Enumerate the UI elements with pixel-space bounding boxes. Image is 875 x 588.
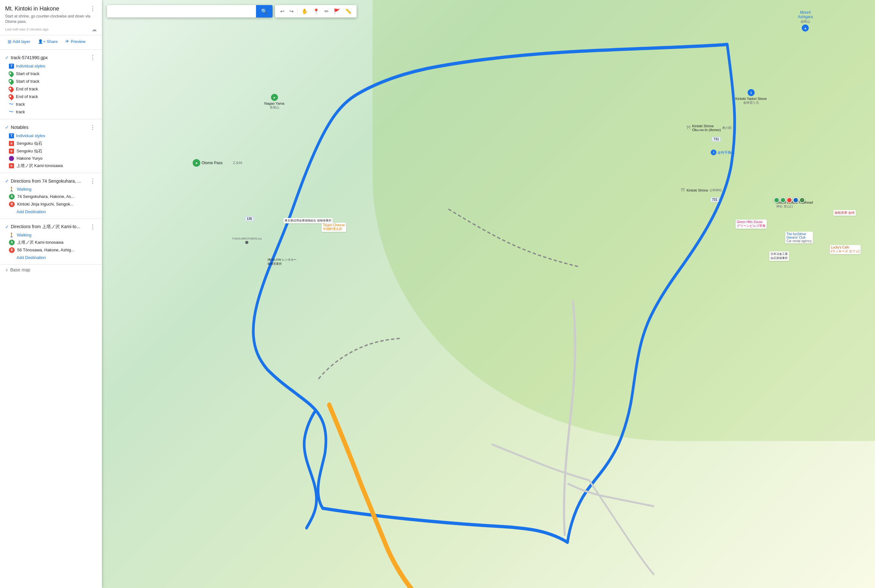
track-line-icon: 〜 — [9, 109, 14, 115]
check-icon-basemap: ∨ — [5, 267, 8, 272]
map-toolbar: 🔍 ↩ ↪ ✋ 📍 ✏ 🚩 📏 — [107, 5, 870, 18]
individual-styles-notables-row[interactable]: T Individual styles — [0, 132, 102, 140]
check-icon-notables: ✓ — [5, 125, 9, 130]
pan-button[interactable]: ✋ — [300, 7, 310, 16]
search-button[interactable]: 🔍 — [256, 5, 272, 18]
dest-a-badge: A — [9, 194, 15, 200]
sidebar: Mt. Kintoki in Hakone ⋮ Start at shrine,… — [0, 0, 102, 588]
dest-b-badge: B — [9, 247, 15, 253]
header-menu-button[interactable]: ⋮ — [89, 5, 97, 12]
map-title: Mt. Kintoki in Hakone — [5, 5, 59, 12]
list-item: 〜 track — [0, 108, 102, 116]
cloud-icon: ☁ — [92, 26, 97, 33]
layer-dir74-title: Directions from 74 Sengokuhara, ... — [11, 178, 81, 184]
layer-gpx-menu-button[interactable]: ⋮ — [89, 54, 97, 61]
map-area[interactable]: 🔍 ↩ ↪ ✋ 📍 ✏ 🚩 📏 MountAshigara金時山 ▲ ● Nag… — [102, 0, 875, 588]
walking-icon: 🚶 — [9, 187, 14, 192]
style-icon-gpx: T — [9, 64, 14, 69]
individual-styles-notables-label[interactable]: Individual styles — [16, 134, 45, 138]
preview-button[interactable]: 👁 Preview — [63, 38, 88, 45]
map-tools-bar: ↩ ↪ ✋ 📍 ✏ 🚩 📏 — [275, 5, 356, 18]
layer-gpx-title: track-5741990.gpx — [11, 55, 48, 60]
list-item: B Kintoki Jinja Iriguchi, Sengok... — [0, 201, 102, 208]
base-map-label: Base map — [10, 267, 30, 272]
list-item: A 74 Sengokuhara, Hakone, As... — [0, 193, 102, 201]
layer-notables-menu-button[interactable]: ⋮ — [89, 124, 97, 131]
layer-notables-title: Notables — [11, 125, 29, 130]
green-marker-icon — [8, 70, 15, 78]
add-destination-link-kami[interactable]: Add Destination — [0, 254, 102, 261]
dest-b-badge: B — [9, 201, 15, 207]
list-item: A 上塔ノ沢 Kami-tonosawa — [0, 238, 102, 246]
measure-button[interactable]: 📏 — [343, 7, 353, 16]
search-box: 🔍 — [107, 5, 272, 18]
layers-icon: ⊞ — [8, 39, 12, 44]
individual-styles-gpx-row[interactable]: T Individual styles — [0, 62, 102, 70]
style-icon-notables: T — [9, 134, 14, 138]
list-item: End of track — [0, 93, 102, 100]
add-direction-button[interactable]: 🚩 — [332, 7, 342, 16]
layer-notables: ✓ Notables ⋮ T Individual styles B Sengo… — [0, 119, 102, 173]
list-item: Start of track — [0, 78, 102, 85]
check-icon-dirkami: ✓ — [5, 224, 9, 230]
layer-track-gpx: ✓ track-5741990.gpx ⋮ T Individual style… — [0, 50, 102, 119]
bus-marker-icon: B — [9, 141, 14, 146]
list-item: B 56 Tōnosawa, Hakone, Ashig... — [0, 246, 102, 254]
list-item: Start of track — [0, 70, 102, 78]
redo-button[interactable]: ↪ — [287, 7, 296, 16]
layer-directions-kami: ✓ Directions from 上塔ノ沢 Kami-to... ⋮ 🚶 Wa… — [0, 219, 102, 265]
map-subtitle: Start at shrine, go counter-clockwise an… — [5, 14, 97, 24]
share-button[interactable]: 👤+ Share — [35, 38, 60, 45]
red-marker-icon — [8, 86, 15, 93]
sidebar-actions: ⊞ Add layer 👤+ Share 👁 Preview — [0, 35, 102, 50]
share-icon: 👤+ — [38, 39, 45, 44]
check-icon-gpx: ✓ — [5, 55, 9, 60]
green-marker-icon — [8, 78, 15, 85]
individual-styles-gpx-label[interactable]: Individual styles — [16, 64, 45, 68]
purple-marker-icon — [9, 156, 14, 161]
list-item: 〜 track — [0, 100, 102, 108]
bus-marker-icon: B — [9, 148, 14, 154]
red-marker-icon — [8, 93, 15, 100]
walking-icon: 🚶 — [9, 232, 14, 238]
eye-icon: 👁 — [65, 39, 69, 44]
bus-marker-icon: B — [9, 163, 14, 168]
layer-dirkami-menu-button[interactable]: ⋮ — [89, 224, 97, 230]
add-layer-button[interactable]: ⊞ Add layer — [5, 38, 33, 45]
track-line-icon: 〜 — [9, 102, 14, 107]
list-item: 🚶 Walking — [0, 232, 102, 238]
base-map-row: ∨ Base map — [0, 265, 102, 275]
last-edit-meta: Last edit was 2 minutes ago ☁ — [5, 26, 97, 33]
undo-button[interactable]: ↩ — [278, 7, 286, 16]
layer-dir74-menu-button[interactable]: ⋮ — [89, 177, 97, 184]
list-item: End of track — [0, 85, 102, 93]
layer-dirkami-title: Directions from 上塔ノ沢 Kami-to... — [11, 224, 80, 230]
dest-a-badge: A — [9, 240, 15, 245]
add-destination-link-74[interactable]: Add Destination — [0, 208, 102, 215]
check-icon-dir74: ✓ — [5, 178, 9, 184]
marker-button[interactable]: 📍 — [311, 7, 321, 16]
list-item: 🚶 Walking — [0, 186, 102, 193]
sidebar-header: Mt. Kintoki in Hakone ⋮ Start at shrine,… — [0, 0, 102, 35]
draw-line-button[interactable]: ✏ — [323, 7, 331, 16]
layer-directions-74: ✓ Directions from 74 Sengokuhara, ... ⋮ … — [0, 173, 102, 219]
list-item: B Sengoku 仙石 — [0, 140, 102, 147]
list-item: Hakone Yuryo — [0, 155, 102, 162]
search-input[interactable] — [107, 5, 256, 18]
list-item: B Sengoku 仙石 — [0, 147, 102, 155]
list-item: B 上塔ノ沢 Kami-tonosawa — [0, 162, 102, 170]
